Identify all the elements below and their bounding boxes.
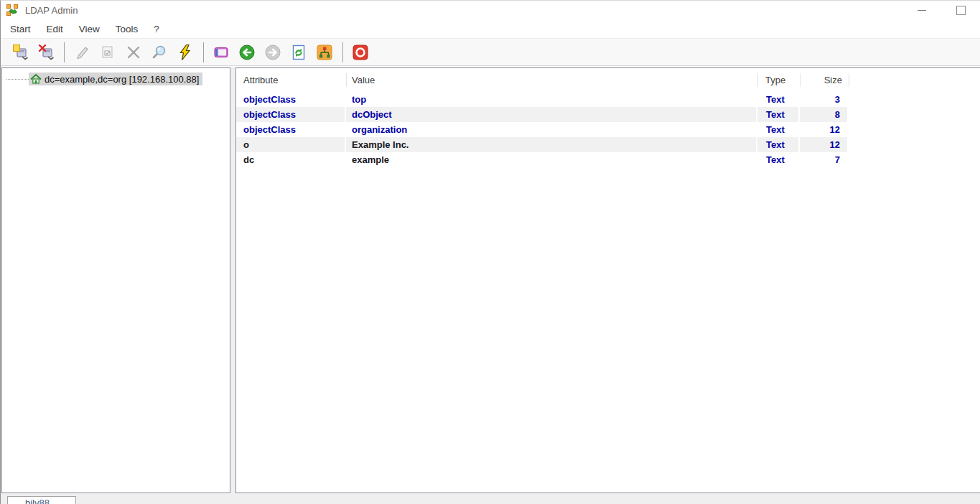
menu-help[interactable]: ?: [146, 22, 167, 37]
maximize-button[interactable]: [946, 1, 975, 20]
window-controls: [907, 1, 975, 20]
table-row[interactable]: o Example Inc. Text 12: [236, 137, 980, 152]
column-divider: [757, 73, 758, 87]
attributes-panel: Attribute Value Type Size objectClass to…: [235, 67, 980, 493]
arrow-left-circle-icon: [238, 44, 256, 61]
size-cell: 8: [800, 107, 849, 122]
attribute-cell: dc: [236, 152, 346, 167]
menu-start[interactable]: Start: [2, 22, 39, 37]
home-icon: [30, 73, 42, 85]
table-row[interactable]: objectClass top Text 3: [236, 92, 980, 107]
magnifier-icon: [151, 44, 168, 61]
panel-splitter[interactable]: [230, 67, 235, 494]
column-header-attribute[interactable]: Attribute: [236, 75, 346, 85]
value-cell: example: [346, 152, 757, 167]
tree-row: dc=example,dc=org [192.168.100.88]: [2, 72, 230, 86]
column-header-size[interactable]: Size: [800, 75, 849, 85]
table-header: Attribute Value Type Size: [236, 68, 980, 92]
maximize-icon: [956, 6, 966, 15]
column-header-value[interactable]: Value: [346, 75, 757, 85]
value-cell: top: [346, 92, 757, 107]
size-cell: 3: [800, 92, 849, 107]
table-row[interactable]: dc example Text 7: [236, 152, 980, 167]
lightning-icon: [177, 44, 194, 61]
minimize-button[interactable]: [907, 1, 936, 20]
size-cell: 12: [800, 122, 849, 137]
tree-node-root[interactable]: dc=example,dc=org [192.168.100.88]: [29, 73, 202, 85]
toolbar-separator: [342, 42, 343, 62]
document-check-icon: [99, 44, 116, 61]
value-cell: dcObject: [346, 107, 757, 122]
org-tree-icon: [316, 44, 333, 61]
export-button[interactable]: [314, 42, 335, 63]
refresh-button[interactable]: [288, 42, 309, 63]
disconnect-button[interactable]: [35, 42, 57, 63]
type-cell: Text: [757, 137, 800, 152]
table-row[interactable]: objectClass dcObject Text 8: [236, 107, 980, 122]
power-icon: [352, 44, 369, 61]
type-cell: Text: [757, 107, 800, 122]
type-cell: Text: [757, 152, 800, 167]
toolbar-separator: [64, 42, 65, 62]
status-bar: bjlv88: [1, 494, 980, 504]
column-divider: [346, 73, 347, 87]
status-connection-tab: bjlv88: [7, 496, 76, 504]
app-icon: [6, 4, 19, 17]
tree-panel: dc=example,dc=org [192.168.100.88]: [1, 67, 230, 493]
size-cell: 7: [800, 152, 849, 167]
connect-button[interactable]: [9, 42, 31, 63]
menu-bar: Start Edit View Tools ?: [1, 20, 980, 39]
search-button[interactable]: [149, 42, 170, 63]
value-cell: organization: [346, 122, 757, 137]
toolbar-separator: [203, 42, 204, 62]
column-header-type[interactable]: Type: [757, 75, 800, 85]
column-divider: [849, 73, 849, 87]
column-divider: [800, 73, 801, 87]
tree-node-label: dc=example,dc=org [192.168.100.88]: [45, 74, 199, 85]
size-cell: 12: [800, 137, 849, 152]
server-disconnect-icon: [37, 44, 55, 61]
menu-tools[interactable]: Tools: [108, 22, 146, 37]
edit-entry-button: [71, 42, 93, 63]
toolbar: [1, 39, 980, 66]
exit-button[interactable]: [350, 42, 371, 63]
pencil-icon: [73, 44, 90, 61]
type-cell: Text: [757, 92, 800, 107]
quick-search-button[interactable]: [174, 42, 196, 63]
schema-button[interactable]: [210, 42, 232, 63]
table-row[interactable]: objectClass organization Text 12: [236, 122, 980, 137]
delete-button: [123, 42, 144, 63]
attribute-cell: objectClass: [236, 122, 346, 137]
attribute-cell: o: [236, 137, 346, 152]
attribute-cell: objectClass: [236, 92, 346, 107]
server-connect-icon: [11, 44, 29, 61]
menu-edit[interactable]: Edit: [39, 22, 71, 37]
value-cell: Example Inc.: [346, 137, 757, 152]
arrow-right-circle-icon: [264, 44, 281, 61]
tree-branch-line: [6, 79, 29, 80]
minimize-icon: [918, 10, 926, 11]
cross-icon: [125, 44, 142, 61]
attribute-cell: objectClass: [236, 107, 346, 122]
book-icon: [213, 44, 230, 61]
go-forward-button: [262, 42, 284, 63]
go-back-button[interactable]: [236, 42, 258, 63]
main-area: dc=example,dc=org [192.168.100.88] Attri…: [1, 67, 980, 494]
refresh-page-icon: [290, 44, 307, 61]
type-cell: Text: [757, 122, 800, 137]
ldap-admin-window: LDAP Admin Start Edit View Tools ?: [0, 0, 980, 504]
title-bar: LDAP Admin: [1, 1, 980, 20]
edit-properties-button: [97, 42, 118, 63]
menu-view[interactable]: View: [71, 22, 108, 37]
window-title: LDAP Admin: [25, 5, 78, 16]
